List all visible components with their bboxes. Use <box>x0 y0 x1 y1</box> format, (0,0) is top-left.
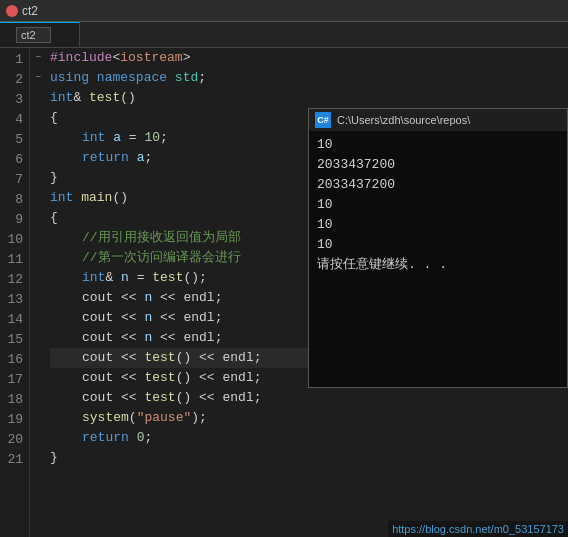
code-line: using namespace std; <box>50 68 568 88</box>
token-var: a <box>137 148 145 168</box>
watermark: https://blog.csdn.net/m0_53157173 <box>388 521 568 537</box>
token-ns: std <box>175 68 198 88</box>
token-plain: (); <box>183 268 206 288</box>
token-plain: = <box>121 128 144 148</box>
code-line: return 0; <box>50 428 568 448</box>
token-plain: << <box>113 388 144 408</box>
terminal-window[interactable]: C# C:\Users\zdh\source\repos\ 1020334372… <box>308 108 568 388</box>
token-plain: ( <box>129 408 137 428</box>
token-plain: << <box>191 388 222 408</box>
close-button[interactable] <box>6 5 18 17</box>
token-kw: int <box>82 128 105 148</box>
editor-tab[interactable]: ct2 <box>0 22 80 47</box>
token-plain <box>105 128 113 148</box>
token-plain: () <box>112 188 128 208</box>
line-number: 11 <box>0 250 23 270</box>
token-plain: cout <box>82 308 113 328</box>
token-plain: << <box>113 288 144 308</box>
terminal-line: 2033437200 <box>317 155 559 175</box>
line-number: 7 <box>0 170 23 190</box>
token-comment: //用引用接收返回值为局部 <box>82 228 241 248</box>
line-number: 4 <box>0 110 23 130</box>
line-number: 21 <box>0 450 23 470</box>
token-fn: test <box>144 348 175 368</box>
line-number: 1 <box>0 50 23 70</box>
token-plain: << <box>191 368 222 388</box>
token-comment: //第一次访问编译器会进行 <box>82 248 241 268</box>
token-fn: main <box>81 188 112 208</box>
token-plain: ; <box>144 428 152 448</box>
token-plain: & <box>105 268 121 288</box>
token-plain: } <box>50 448 58 468</box>
token-plain: cout <box>82 388 113 408</box>
line-number: 10 <box>0 230 23 250</box>
token-plain: () <box>176 368 192 388</box>
token-plain: << <box>152 288 183 308</box>
gutter: −− <box>30 48 46 537</box>
line-number: 13 <box>0 290 23 310</box>
token-plain: { <box>50 108 58 128</box>
token-plain: << <box>113 368 144 388</box>
line-number: 12 <box>0 270 23 290</box>
line-number: 9 <box>0 210 23 230</box>
token-plain: endl; <box>222 388 261 408</box>
token-plain: << <box>113 328 144 348</box>
line-number: 15 <box>0 330 23 350</box>
line-number: 5 <box>0 130 23 150</box>
token-plain <box>73 188 81 208</box>
token-plain: endl; <box>183 308 222 328</box>
line-number: 16 <box>0 350 23 370</box>
code-line: int& test() <box>50 88 568 108</box>
terminal-line: 10 <box>317 215 559 235</box>
terminal-line: 2033437200 <box>317 175 559 195</box>
token-plain: & <box>73 88 89 108</box>
code-line: system("pause"); <box>50 408 568 428</box>
line-number: 18 <box>0 390 23 410</box>
line-number: 14 <box>0 310 23 330</box>
token-var: n <box>144 328 152 348</box>
token-kw: using <box>50 68 89 88</box>
code-line: cout << test() << endl; <box>50 388 568 408</box>
token-plain: < <box>112 48 120 68</box>
token-plain <box>89 68 97 88</box>
token-kw: int <box>50 88 73 108</box>
line-number: 6 <box>0 150 23 170</box>
code-line: #include<iostream> <box>50 48 568 68</box>
line-numbers: 123456789101112131415161718192021 <box>0 48 30 537</box>
token-fn: test <box>144 388 175 408</box>
token-plain: << <box>152 328 183 348</box>
terminal-title-bar: C# C:\Users\zdh\source\repos\ <box>309 109 567 131</box>
tab-select[interactable]: ct2 <box>16 27 51 43</box>
token-plain: << <box>113 348 144 368</box>
line-number: 2 <box>0 70 23 90</box>
token-plain: endl; <box>222 348 261 368</box>
token-plain: cout <box>82 288 113 308</box>
terminal-line: 10 <box>317 135 559 155</box>
terminal-content: 1020334372002033437200101010请按任意键继续. . . <box>309 131 567 387</box>
terminal-line: 请按任意键继续. . . <box>317 255 559 275</box>
token-kw: return <box>82 148 129 168</box>
tab-bar: ct2 <box>0 22 568 48</box>
fold-marker[interactable]: − <box>30 48 46 68</box>
code-line: } <box>50 448 568 468</box>
token-plain: { <box>50 208 58 228</box>
token-plain <box>129 148 137 168</box>
token-fn: test <box>152 268 183 288</box>
line-number: 3 <box>0 90 23 110</box>
token-plain: cout <box>82 328 113 348</box>
token-num: 0 <box>137 428 145 448</box>
line-number: 17 <box>0 370 23 390</box>
token-num: 10 <box>144 128 160 148</box>
token-plain: endl; <box>183 288 222 308</box>
title-bar: ct2 <box>0 0 568 22</box>
token-fn: system <box>82 408 129 428</box>
token-plain <box>167 68 175 88</box>
token-fn: test <box>144 368 175 388</box>
token-var: n <box>121 268 129 288</box>
token-kw: namespace <box>97 68 167 88</box>
token-plain <box>129 428 137 448</box>
token-plain: ); <box>191 408 207 428</box>
fold-marker[interactable]: − <box>30 68 46 88</box>
token-plain: << <box>191 348 222 368</box>
editor-container: 123456789101112131415161718192021 −− #in… <box>0 48 568 537</box>
